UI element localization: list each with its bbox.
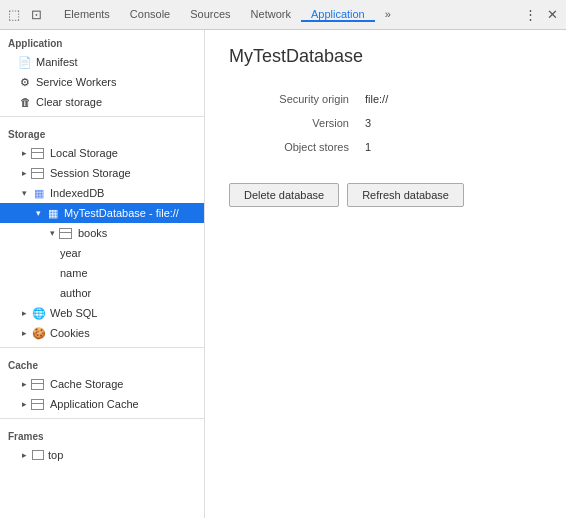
tab-console[interactable]: Console [120,8,180,22]
sidebar: Application 📄 Manifest ⚙ Service Workers… [0,30,205,518]
divider-1 [0,116,204,117]
application-cache-label: Application Cache [50,398,139,410]
toolbar-right: ⋮ ✕ [520,5,562,25]
sidebar-item-clear-storage[interactable]: 🗑 Clear storage [0,92,204,112]
web-sql-label: Web SQL [50,307,98,319]
web-sql-arrow [18,307,30,319]
divider-3 [0,418,204,419]
tab-bar: Elements Console Sources Network Applica… [54,8,520,22]
sidebar-item-cookies[interactable]: 🍪 Cookies [0,323,204,343]
sidebar-item-year[interactable]: year [0,243,204,263]
content-panel: MyTestDatabase Security origin file:// V… [205,30,566,518]
storage-section-header: Storage [0,121,204,143]
local-storage-icon [32,146,46,160]
inspect-icon[interactable]: ⬚ [4,5,24,25]
application-cache-arrow [18,398,30,410]
sidebar-item-name[interactable]: name [0,263,204,283]
db-title: MyTestDatabase [229,46,542,67]
main-layout: Application 📄 Manifest ⚙ Service Workers… [0,30,566,518]
tab-sources[interactable]: Sources [180,8,240,22]
mytestdatabase-label: MyTestDatabase - file:// [64,207,179,219]
cache-storage-label: Cache Storage [50,378,123,390]
sidebar-item-application-cache[interactable]: Application Cache [0,394,204,414]
device-icon[interactable]: ⊡ [26,5,46,25]
version-label: Version [229,117,349,129]
database-icon: ▦ [46,206,60,220]
tab-more[interactable]: » [375,8,401,22]
cookies-label: Cookies [50,327,90,339]
sidebar-item-local-storage[interactable]: Local Storage [0,143,204,163]
indexeddb-label: IndexedDB [50,187,104,199]
books-icon [60,226,74,240]
sidebar-item-cache-storage[interactable]: Cache Storage [0,374,204,394]
indexeddb-icon: ▦ [32,186,46,200]
cache-section-header: Cache [0,352,204,374]
name-label: name [60,267,88,279]
sidebar-item-indexeddb[interactable]: ▦ IndexedDB [0,183,204,203]
local-storage-arrow [18,147,30,159]
divider-2 [0,347,204,348]
application-cache-icon [32,397,46,411]
session-storage-label: Session Storage [50,167,131,179]
object-stores-label: Object stores [229,141,349,153]
cookies-icon: 🍪 [32,326,46,340]
service-workers-label: Service Workers [36,76,116,88]
version-row: Version 3 [229,111,542,135]
local-storage-label: Local Storage [50,147,118,159]
top-toolbar: ⬚ ⊡ Elements Console Sources Network App… [0,0,566,30]
tab-application[interactable]: Application [301,8,375,22]
cache-storage-arrow [18,378,30,390]
author-label: author [60,287,91,299]
sidebar-item-service-workers[interactable]: ⚙ Service Workers [0,72,204,92]
top-arrow [18,449,30,461]
tab-network[interactable]: Network [241,8,301,22]
frames-section-header: Frames [0,423,204,445]
gear-icon: ⚙ [18,75,32,89]
books-arrow [46,227,58,239]
cookies-arrow [18,327,30,339]
session-storage-arrow [18,167,30,179]
cache-storage-icon [32,377,46,391]
application-section-header: Application [0,30,204,52]
top-label: top [48,449,63,461]
security-origin-label: Security origin [229,93,349,105]
refresh-database-button[interactable]: Refresh database [347,183,464,207]
frame-icon [32,450,44,460]
sidebar-item-session-storage[interactable]: Session Storage [0,163,204,183]
clear-storage-label: Clear storage [36,96,102,108]
info-table: Security origin file:// Version 3 Object… [229,87,542,159]
books-label: books [78,227,107,239]
web-sql-icon: 🌐 [32,306,46,320]
security-origin-row: Security origin file:// [229,87,542,111]
sidebar-item-mytestdatabase[interactable]: ▦ MyTestDatabase - file:// [0,203,204,223]
toolbar-icons: ⬚ ⊡ [4,5,46,25]
delete-database-button[interactable]: Delete database [229,183,339,207]
mytestdatabase-arrow [32,207,44,219]
year-label: year [60,247,81,259]
sidebar-item-top[interactable]: top [0,445,204,465]
sidebar-item-author[interactable]: author [0,283,204,303]
sidebar-item-web-sql[interactable]: 🌐 Web SQL [0,303,204,323]
security-origin-value: file:// [365,93,388,105]
session-storage-icon [32,166,46,180]
manifest-icon: 📄 [18,55,32,69]
version-value: 3 [365,117,371,129]
object-stores-row: Object stores 1 [229,135,542,159]
manifest-label: Manifest [36,56,78,68]
object-stores-value: 1 [365,141,371,153]
tab-elements[interactable]: Elements [54,8,120,22]
sidebar-item-books[interactable]: books [0,223,204,243]
indexeddb-arrow [18,187,30,199]
trash-icon: 🗑 [18,95,32,109]
more-icon[interactable]: ⋮ [520,5,540,25]
button-row: Delete database Refresh database [229,183,542,207]
close-icon[interactable]: ✕ [542,5,562,25]
sidebar-item-manifest[interactable]: 📄 Manifest [0,52,204,72]
